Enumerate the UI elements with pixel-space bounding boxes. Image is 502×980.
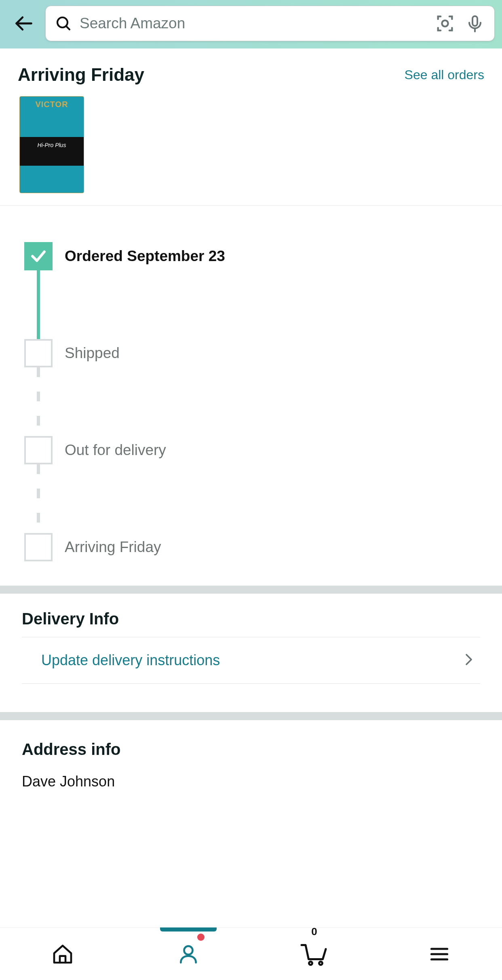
product-thumbnail[interactable]: VICTOR Hi-Pro Plus (19, 96, 84, 193)
update-delivery-instructions-row[interactable]: Update delivery instructions (22, 637, 480, 684)
back-button[interactable] (7, 7, 40, 40)
update-delivery-instructions-label: Update delivery instructions (41, 652, 220, 669)
delivery-info-title: Delivery Info (22, 610, 480, 637)
microphone-icon[interactable] (460, 14, 485, 33)
chevron-right-icon (462, 652, 476, 668)
tracker-step-box (24, 436, 53, 464)
tracker-step-arriving: Arriving Friday (24, 533, 478, 561)
order-header: Arriving Friday See all orders (0, 48, 502, 96)
tracker-step-shipped: Shipped (24, 339, 478, 367)
svg-line-2 (66, 26, 70, 30)
user-icon (177, 943, 200, 965)
camera-lens-icon[interactable] (430, 13, 460, 34)
see-all-orders-link[interactable]: See all orders (405, 67, 484, 82)
cart-icon (300, 942, 328, 966)
notification-dot-icon (197, 934, 205, 941)
tracker-step-label: Ordered September 23 (65, 248, 225, 265)
checkmark-icon (24, 242, 53, 270)
nav-menu[interactable] (377, 928, 502, 980)
svg-point-8 (319, 961, 323, 965)
tracker-connector-dashed (37, 464, 40, 533)
tracker-step-label: Arriving Friday (65, 539, 161, 556)
search-bar[interactable] (45, 6, 495, 41)
hamburger-menu-icon (429, 944, 450, 965)
address-info-title: Address info (22, 740, 480, 759)
tracker-step-out-for-delivery: Out for delivery (24, 436, 478, 464)
tracker-step-box (24, 533, 53, 561)
svg-point-7 (309, 961, 312, 965)
tracker-connector-solid (37, 270, 40, 339)
tracker-step-label: Shipped (65, 345, 120, 362)
nav-active-indicator (160, 927, 217, 932)
tracker-step-box (24, 339, 53, 367)
address-recipient-name: Dave Johnson (22, 773, 480, 790)
arriving-title: Arriving Friday (18, 65, 144, 85)
bottom-navigation: 0 (0, 927, 502, 980)
svg-point-6 (184, 946, 192, 955)
nav-account[interactable] (126, 928, 251, 980)
header-search-bar (0, 0, 502, 48)
cart-count-label: 0 (311, 925, 317, 938)
order-section: Arriving Friday See all orders VICTOR Hi… (0, 48, 502, 206)
search-icon (55, 15, 72, 32)
tracker-connector-dashed (37, 367, 40, 436)
nav-cart[interactable]: 0 (251, 928, 377, 980)
home-icon (51, 943, 74, 965)
shipment-tracker: Ordered September 23 Shipped Out for del… (0, 206, 502, 586)
search-input[interactable] (80, 15, 430, 32)
product-brand-label: VICTOR (20, 100, 84, 109)
section-divider (0, 586, 502, 594)
address-info-section: Address info Dave Johnson (0, 720, 502, 794)
svg-rect-4 (472, 16, 477, 26)
section-divider (0, 712, 502, 720)
svg-point-3 (442, 20, 448, 26)
tracker-step-ordered: Ordered September 23 (24, 242, 478, 270)
nav-home[interactable] (0, 928, 126, 980)
arrow-left-icon (13, 13, 34, 34)
delivery-info-section: Delivery Info Update delivery instructio… (0, 594, 502, 712)
product-name-label: Hi-Pro Plus (22, 137, 81, 148)
tracker-step-label: Out for delivery (65, 442, 166, 459)
